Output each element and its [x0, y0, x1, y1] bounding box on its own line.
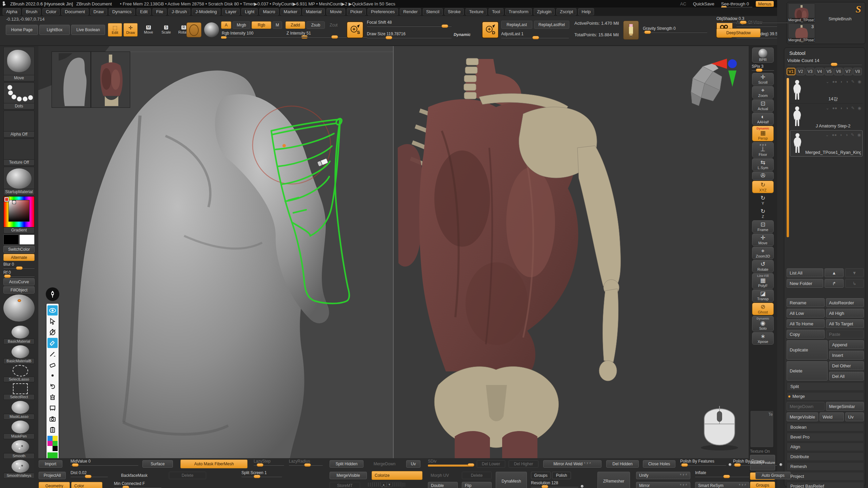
palette-color-swatch[interactable] — [53, 436, 58, 441]
thumb-select-rect[interactable]: SelectRect — [3, 383, 37, 400]
paste-button[interactable]: Paste — [826, 330, 864, 339]
menu-item[interactable]: Color — [42, 8, 60, 15]
color-palette-grid[interactable] — [47, 436, 58, 451]
groups-button[interactable]: Groups — [750, 482, 775, 488]
subtool-tab[interactable]: V1 — [787, 68, 795, 75]
current-material-slot[interactable]: StartupMaterial — [3, 167, 37, 195]
pen-line-icon[interactable] — [47, 349, 58, 359]
visibility-eye-icon[interactable] — [47, 305, 58, 316]
auto-reorder-button[interactable]: AutoReorder — [826, 298, 864, 307]
material-a-toggle[interactable]: A — [221, 21, 231, 29]
menu-item[interactable]: J-Brush — [168, 8, 190, 15]
menu-item[interactable]: Movie — [327, 8, 345, 15]
menu-item[interactable]: Brush — [22, 8, 41, 15]
main-color-swatch[interactable] — [3, 235, 19, 245]
subtool-tab[interactable]: V7 — [844, 68, 852, 75]
midvalue-slider[interactable]: MidValue 0 — [71, 459, 138, 466]
spix-slider[interactable]: SPix 3 — [752, 64, 774, 71]
thumb-basic-material[interactable]: BasicMaterial — [3, 326, 37, 344]
merge-similar-button[interactable]: MergeSimilar — [826, 402, 864, 411]
merge-visible-button[interactable]: MergeVisible — [787, 412, 818, 421]
current-texture-slot[interactable]: Texture Off — [3, 139, 37, 166]
menu-item[interactable]: Material — [302, 8, 325, 15]
resolution-slider[interactable]: Resolution 128 — [531, 481, 578, 487]
rf-slider[interactable]: Rf 0 — [3, 270, 35, 277]
simple-brush-tool[interactable]: S SimpleBrush — [816, 3, 864, 22]
mergedown-button[interactable]: MergeDown — [368, 460, 401, 468]
list-all-button[interactable]: List All — [787, 268, 823, 277]
del-higher-button[interactable]: Del Higher — [509, 460, 538, 468]
delete-dim-button[interactable]: Delete — [169, 472, 206, 479]
merge-visible-bottom-button[interactable]: MergeVisible — [330, 472, 367, 479]
alternate-button[interactable]: Alternate — [3, 254, 35, 261]
menu-item[interactable]: Draw — [90, 8, 107, 15]
edit-mode-button[interactable]: ⬚ Edit — [108, 23, 122, 37]
blur-slider[interactable]: Blur 0 — [3, 262, 35, 269]
palette-color-swatch[interactable] — [53, 446, 58, 451]
copy-button[interactable]: Copy — [787, 330, 825, 339]
replay-doc-chip[interactable]: D — [482, 21, 499, 38]
m-toggle[interactable]: M — [273, 21, 282, 29]
menus-toggle-button[interactable]: Menus — [756, 1, 774, 7]
color-picker[interactable]: Gradient — [3, 196, 37, 233]
current-alpha-slot[interactable]: Alpha Off — [3, 110, 37, 138]
menu-item[interactable]: Light — [241, 8, 258, 15]
menu-item[interactable]: Edit — [137, 8, 151, 15]
live-boolean-button[interactable]: Live Boolean — [71, 25, 105, 35]
zadd-toggle[interactable]: Zadd — [285, 21, 305, 29]
undo-icon[interactable] — [47, 381, 58, 391]
ghost-button[interactable]: ⊘ Ghost — [752, 303, 774, 315]
colorize-button[interactable]: Colorize — [372, 471, 422, 480]
rgb-toggle[interactable]: Rgb — [252, 21, 271, 29]
texture-swatch-box[interactable]: Te — [750, 410, 774, 448]
smart-resym-button[interactable]: Smart ReSymx y z — [695, 482, 749, 488]
palette-color-swatch[interactable] — [53, 441, 58, 446]
secondary-color-swatch[interactable] — [19, 235, 35, 245]
section-merge[interactable]: Merge — [787, 392, 864, 401]
split-hidden-button[interactable]: Split Hidden — [330, 460, 363, 468]
menu-item[interactable]: Layer — [222, 8, 240, 15]
sdiv-slider[interactable]: SDiv — [428, 459, 472, 467]
uv-button-bottom[interactable]: Uv — [406, 460, 420, 468]
brush-preview-sphere[interactable] — [3, 294, 35, 324]
del-other-button[interactable]: Del Other — [829, 361, 864, 370]
groups-bottom-button[interactable]: Groups — [531, 472, 551, 479]
move-mode-button[interactable]: M Move — [142, 23, 155, 37]
subtool-tab[interactable]: V2 — [796, 68, 805, 75]
camera-icon[interactable] — [47, 414, 58, 424]
surface-button[interactable]: Surface — [142, 460, 173, 468]
move-doc-button[interactable]: ✛ Move — [752, 233, 774, 246]
eraser-icon[interactable] — [47, 360, 58, 370]
draw-size-slider[interactable]: Draw Size 119.78716 — [367, 32, 452, 38]
subtool-tab[interactable]: V8 — [853, 68, 862, 75]
draw-mode-button[interactable]: ✛ Draw — [123, 23, 138, 37]
palette-color-swatch[interactable] — [47, 436, 53, 441]
thumb-basic-material-b[interactable]: BasicMaterialB — [3, 345, 37, 364]
size-dot-icon[interactable] — [47, 370, 58, 381]
rotate-z-button[interactable]: ↻ Z — [752, 207, 774, 220]
unify-button[interactable]: Unifyx y z — [636, 472, 690, 479]
subtool-row[interactable]: ⌄●●◗ ◑✎◉ 14강 — [790, 77, 863, 104]
min-connected-slider[interactable]: Min Connected F — [114, 481, 161, 488]
delete-button[interactable]: Delete — [787, 361, 828, 381]
trash-icon[interactable] — [47, 392, 58, 402]
sculpt-canvas[interactable] — [38, 46, 749, 458]
collapsed-section[interactable]: Boolean — [787, 423, 864, 431]
menu-item[interactable]: Document — [61, 8, 88, 15]
cursor-icon[interactable] — [47, 316, 58, 326]
annotation-app-handle[interactable] — [46, 287, 59, 301]
rotate-y-button[interactable]: ↻ Y — [752, 194, 774, 206]
polyf-button[interactable]: Line Fill ▦ PolyF — [752, 273, 774, 289]
menu-item[interactable]: Macro — [259, 8, 278, 15]
palette-color-swatch[interactable] — [47, 446, 53, 451]
rotate-doc-button[interactable]: ↺ Rotate — [752, 260, 774, 272]
home-page-button[interactable]: Home Page — [6, 25, 38, 35]
move-in-button[interactable]: ↳ — [845, 279, 864, 288]
thumb-smooth[interactable]: Smooth — [3, 440, 37, 459]
mirror-button[interactable]: Mirrorx y z — [636, 482, 690, 488]
polish-by-groups-slider[interactable]: Polish By Groups — [733, 459, 777, 466]
collapsed-section[interactable]: Distribute — [787, 452, 864, 461]
subtool-tab[interactable]: V5 — [825, 68, 833, 75]
menu-item[interactable]: Stencil — [423, 8, 443, 15]
append-button[interactable]: Append — [829, 340, 864, 349]
